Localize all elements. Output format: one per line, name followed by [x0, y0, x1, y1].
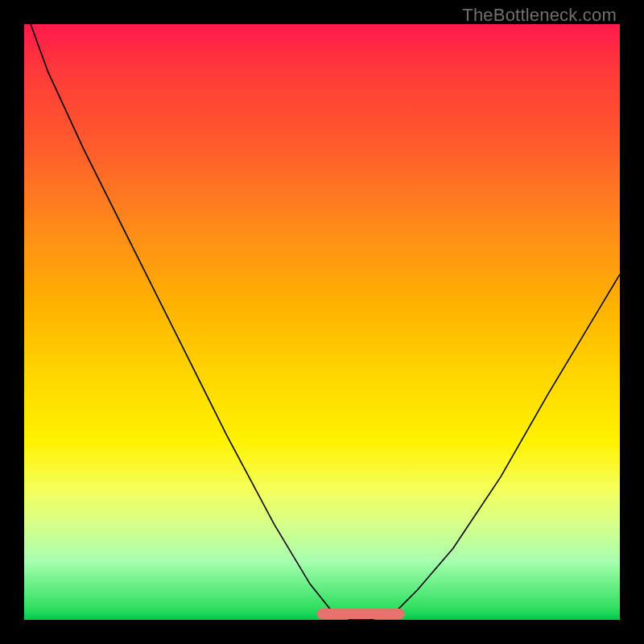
watermark-text: TheBottleneck.com: [462, 5, 617, 26]
plot-area: [24, 24, 620, 620]
chart-frame: TheBottleneck.com: [0, 0, 644, 644]
bottleneck-curve: [24, 24, 620, 620]
chart-canvas: [24, 24, 620, 620]
